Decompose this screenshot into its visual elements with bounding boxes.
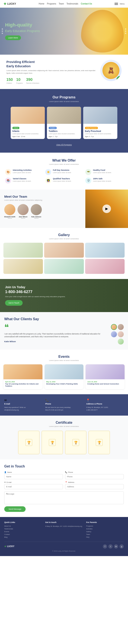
- footer-phone-title: Phone: [45, 403, 83, 405]
- nav-team[interactable]: Team: [59, 2, 64, 5]
- testimonial-avatar-2[interactable]: [118, 324, 124, 330]
- footer-parents-link-3[interactable]: Gallery: [86, 531, 124, 532]
- footer-link-1[interactable]: About Us: [4, 525, 42, 527]
- contact-email-label: ✉ E-mail: [4, 481, 63, 483]
- stats-section: Providing Efficient Early Education Lore…: [0, 55, 128, 89]
- gallery-item-3[interactable]: [85, 243, 124, 258]
- testimonial-avatar-5[interactable]: [118, 338, 124, 344]
- programs-section: Our Programs Lorem ipsum dolor sit amet …: [0, 89, 128, 152]
- nav-home[interactable]: Home: [38, 2, 44, 5]
- event-image-2: [44, 364, 84, 379]
- program-card-preschool[interactable]: Early Preschool Early Preschool Lorem ip…: [83, 107, 117, 139]
- gallery-subtitle: Lorem ipsum dolor sit amet consectetur: [4, 238, 124, 240]
- footer-parents-link-4[interactable]: Team: [86, 534, 124, 535]
- program-infants-body: Infants Infants Lorem ipsum dolor sit am…: [11, 124, 45, 139]
- hero-cta-button[interactable]: Learn More: [5, 36, 21, 40]
- nav-testimonials[interactable]: Testimonials: [66, 2, 78, 5]
- footer-parents-link-5[interactable]: FAQ: [86, 536, 124, 538]
- nav-contact[interactable]: Contact Us: [81, 2, 92, 5]
- footer-logo: ★ LUCKY: [4, 545, 14, 548]
- testimonial-avatar-3[interactable]: [111, 331, 117, 337]
- nav-programs[interactable]: Programs: [47, 2, 56, 5]
- twitter-icon[interactable]: t: [108, 544, 113, 548]
- footer-col2-title: Get in touch: [45, 521, 83, 524]
- footer-parents-list: Programs Activities Gallery Team FAQ: [86, 525, 124, 538]
- footer-quick-links: Quick Links About Us Testimonials Events…: [4, 521, 42, 538]
- gallery-item-1[interactable]: [4, 243, 43, 258]
- offer-food: 🥗 Healthy Food Lorem ipsum dolor sit ame…: [85, 169, 123, 175]
- program-preschool-tag: Early Preschool: [85, 127, 98, 129]
- avatar-row-1: [107, 324, 124, 330]
- gallery-image-3: [85, 243, 124, 258]
- footer-parents-link-1[interactable]: Programs: [86, 525, 124, 527]
- nav-menu-label: Menu: [120, 3, 124, 5]
- gallery-item-6[interactable]: [85, 259, 124, 274]
- google-icon[interactable]: g: [120, 544, 124, 548]
- facebook-icon[interactable]: f: [103, 544, 107, 548]
- contact-message-field: [4, 492, 124, 504]
- gallery-image-5: [44, 259, 84, 274]
- event-image-3: [86, 364, 124, 379]
- hamburger-button[interactable]: [114, 3, 118, 5]
- event-card-2[interactable]: May 12, 2019 Developing Your Child's Pai…: [44, 364, 84, 389]
- send-message-button[interactable]: Send Message: [4, 506, 26, 512]
- program-toddlers-desc: Lorem ipsum dolor sit amet consectetur.: [49, 133, 79, 135]
- footer-logo-star: ★: [4, 545, 6, 548]
- cta-phone: 1-800-346-6277: [5, 290, 66, 294]
- contact-phone-input[interactable]: [65, 474, 124, 479]
- linkedin-icon[interactable]: in: [114, 544, 118, 548]
- contact-email-input[interactable]: [4, 484, 63, 489]
- footer-col3-title: For Parents: [86, 521, 124, 524]
- offer-safe-title: 100% Safe: [93, 178, 111, 180]
- program-card-infants[interactable]: Infants Infants Lorem ipsum dolor sit am…: [11, 107, 45, 139]
- offer-title: What We Offer: [5, 158, 123, 162]
- logo-icon: ★: [4, 2, 6, 6]
- email-field-icon: ✉: [4, 481, 6, 483]
- cert-icon-2: 🏆: [49, 439, 56, 446]
- view-all-programs-link[interactable]: View All Programs: [56, 144, 72, 146]
- event-card-3[interactable]: June 15, 2019 Creating Home and School C…: [86, 364, 124, 389]
- play-button[interactable]: ▶: [116, 76, 122, 81]
- team-right-image: ▶: [85, 190, 128, 228]
- contact-name-input[interactable]: [4, 474, 63, 479]
- cert-icon-1: 🏆: [26, 439, 32, 446]
- footer-link-3[interactable]: Events: [4, 531, 42, 532]
- footer-link-5[interactable]: Blog: [4, 536, 42, 538]
- event-title-1: Top 10 Learning Activities for Infants a…: [5, 383, 41, 388]
- contact-email-field: ✉ E-mail: [4, 481, 63, 489]
- gallery-item-2[interactable]: [44, 243, 84, 258]
- gallery-item-4[interactable]: [4, 259, 43, 274]
- footer-link-4[interactable]: Contact: [4, 534, 42, 535]
- quote-mark: ❝: [4, 324, 103, 331]
- logo[interactable]: ★ LUCKY: [4, 2, 16, 6]
- testimonial-avatar-4[interactable]: [118, 331, 124, 337]
- contact-message-input[interactable]: [4, 492, 124, 504]
- gallery-item-5[interactable]: [44, 259, 84, 274]
- program-preschool-desc: Lorem ipsum dolor sit amet consectetur.: [85, 133, 116, 135]
- events-section: Events Lorem ipsum dolor sit amet consec…: [0, 350, 128, 394]
- team-left: Meet Our Team Lorem ipsum dolor sit amet…: [0, 190, 85, 228]
- team-avatar-3: [31, 204, 42, 215]
- contact-address-input[interactable]: [65, 484, 124, 489]
- event-card-1[interactable]: April 24, 2019 Top 10 Learning Activitie…: [4, 364, 42, 389]
- team-play-button[interactable]: ▶: [102, 204, 111, 213]
- footer-parents-link-2[interactable]: Activities: [86, 528, 124, 530]
- event-body-3: June 15, 2019 Creating Home and School C…: [86, 379, 124, 387]
- offer-classes: 📚 Varied Classes Lorem ipsum dolor sit a…: [5, 178, 43, 184]
- testimonials-section: What Our Clients Say ❝ I am very satisfi…: [0, 312, 128, 350]
- program-card-toddlers[interactable]: Toddlers Toddlers Lorem ipsum dolor sit …: [47, 107, 81, 139]
- testimonial-avatar-1[interactable]: [111, 324, 117, 330]
- cta-button[interactable]: Get in Touch: [5, 300, 22, 306]
- offer-teachers: 👩‍🏫 Qualified Teachers Lorem ipsum dolor…: [45, 178, 83, 184]
- hero-section: High-quality Early Education Programs Le…: [0, 8, 128, 55]
- program-preschool-age: Ages: 3 - 5 yr: [85, 136, 116, 137]
- offer-teachers-title: Qualified Teachers: [53, 178, 71, 180]
- view-all-programs: View All Programs: [4, 142, 124, 146]
- gallery-image-4: [4, 259, 43, 274]
- footer-phone-line1: We are here for you every weekday:: [45, 406, 83, 409]
- footer-link-2[interactable]: Testimonials: [4, 528, 42, 530]
- offer-sessions-title: Full Day Sessions: [53, 169, 71, 171]
- program-infants-tag: Infants: [12, 127, 20, 129]
- event-title-3: Creating Home and School Connection: [87, 383, 123, 385]
- program-infants-image: [11, 107, 45, 124]
